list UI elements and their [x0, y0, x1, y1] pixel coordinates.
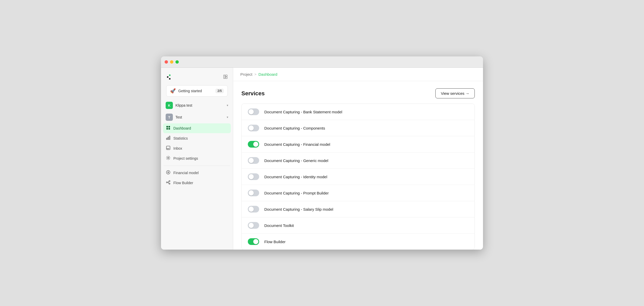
sidebar-item-label: Dashboard [173, 126, 191, 130]
toggle-track[interactable] [248, 125, 259, 131]
sidebar-toggle-button[interactable] [222, 73, 229, 81]
getting-started-label: Getting started [178, 89, 213, 93]
layout-icon [223, 74, 228, 79]
sidebar-item-inbox[interactable]: Inbox [163, 143, 231, 153]
service-name: Flow Builder [264, 240, 286, 244]
service-row: Document Capturing - Generic model [242, 152, 474, 169]
main-nav: Dashboard Statistics Inbox [161, 123, 233, 164]
flow-icon [166, 180, 171, 186]
service-toggle[interactable] [248, 108, 259, 115]
service-name: Document Capturing - Salary Slip model [264, 207, 333, 211]
toggle-thumb [249, 125, 254, 131]
service-row: Document Capturing - Prompt Builder [242, 185, 474, 201]
toggle-track[interactable] [248, 238, 259, 245]
toggle-track[interactable] [248, 206, 259, 212]
toggle-track[interactable] [248, 157, 259, 164]
service-row: Document Capturing - Bank Statement mode… [242, 104, 474, 120]
minimize-button[interactable] [170, 60, 173, 64]
service-toggle[interactable] [248, 125, 259, 131]
service-toggle[interactable] [248, 173, 259, 180]
sidebar-item-label: Inbox [173, 146, 182, 150]
service-toggle[interactable] [248, 222, 259, 229]
svg-rect-8 [166, 128, 168, 130]
app-body: 🚀 Getting started 2/5 K Klippa test ▾ T … [161, 68, 483, 250]
toggle-thumb [253, 239, 258, 244]
service-row: Document Capturing - Financial model [242, 136, 474, 152]
sidebar-item-label: Financial model [173, 171, 199, 175]
sidebar-item-statistics[interactable]: Statistics [163, 133, 231, 143]
toggle-thumb [249, 109, 254, 114]
sidebar-item-flow-builder[interactable]: Flow Builder [163, 178, 231, 188]
sidebar-item-dashboard[interactable]: Dashboard [163, 123, 231, 133]
service-toggle[interactable] [248, 141, 259, 148]
toggle-track[interactable] [248, 173, 259, 180]
service-toggle[interactable] [248, 238, 259, 245]
service-row: Flow Builder [242, 234, 474, 250]
sidebar-logo-area [161, 71, 233, 85]
dollar-circle-icon [166, 170, 171, 176]
app-window: 🚀 Getting started 2/5 K Klippa test ▾ T … [161, 56, 483, 250]
services-list: Document Capturing - Bank Statement mode… [241, 104, 475, 250]
service-row: Document Toolkit [242, 217, 474, 234]
page-content: Services View services → Document Captur… [233, 81, 483, 250]
service-row: Document Capturing - Salary Slip model [242, 201, 474, 217]
getting-started-section: 🚀 Getting started 2/5 [161, 85, 233, 100]
service-row: Document Capturing - Components [242, 120, 474, 136]
service-name: Document Capturing - Bank Statement mode… [264, 110, 342, 114]
service-name: Document Capturing - Generic model [264, 158, 328, 163]
svg-rect-4 [225, 75, 227, 76]
workspace-section: K Klippa test ▾ T Test ▾ [161, 100, 233, 123]
service-name: Document Capturing - Components [264, 126, 325, 130]
service-toggle[interactable] [248, 157, 259, 164]
toggle-track[interactable] [248, 222, 259, 229]
toggle-thumb [249, 174, 254, 179]
svg-point-1 [169, 74, 171, 76]
sidebar-item-financial-model[interactable]: Financial model [163, 168, 231, 178]
service-toggle[interactable] [248, 206, 259, 212]
svg-point-2 [169, 78, 171, 80]
getting-started-badge: 2/5 [215, 89, 224, 93]
service-name: Document Toolkit [264, 223, 294, 228]
close-button[interactable] [165, 60, 168, 64]
service-toggle[interactable] [248, 190, 259, 196]
svg-rect-11 [168, 137, 169, 140]
svg-point-15 [166, 171, 170, 174]
getting-started-button[interactable]: 🚀 Getting started 2/5 [166, 85, 228, 97]
project-avatar: T [166, 114, 173, 121]
breadcrumb-separator: > [255, 72, 257, 76]
app-logo [165, 73, 173, 81]
sidebar-item-label: Statistics [173, 136, 188, 140]
sidebar-item-label: Project settings [173, 156, 198, 160]
chevron-down-icon: ▾ [227, 104, 228, 107]
project-name: Test [175, 115, 224, 119]
breadcrumb-project: Project [240, 72, 252, 76]
breadcrumb: Project > Dashboard [240, 72, 277, 76]
fullscreen-button[interactable] [175, 60, 179, 64]
project-item[interactable]: T Test ▾ [163, 112, 231, 123]
view-services-button[interactable]: View services → [435, 88, 475, 98]
dashboard-icon [166, 125, 171, 131]
svg-rect-9 [168, 128, 170, 130]
svg-rect-13 [166, 146, 170, 150]
toggle-thumb [249, 190, 254, 196]
titlebar [161, 56, 483, 68]
workspace-item[interactable]: K Klippa test ▾ [163, 100, 231, 111]
svg-rect-12 [169, 136, 170, 140]
toggle-track[interactable] [248, 141, 259, 148]
secondary-nav: Financial model Flow Builder [161, 168, 233, 188]
settings-icon [166, 156, 171, 161]
main-content: Project > Dashboard Services View servic… [233, 68, 483, 250]
toggle-track[interactable] [248, 190, 259, 196]
workspace-name: Klippa test [175, 103, 224, 107]
service-row: Document Capturing - Identity model [242, 169, 474, 185]
logo-icon [166, 73, 173, 81]
sidebar-item-project-settings[interactable]: Project settings [163, 154, 231, 163]
svg-point-14 [168, 157, 169, 159]
nav-divider [164, 166, 230, 166]
topbar: Project > Dashboard [233, 68, 483, 81]
toggle-track[interactable] [248, 108, 259, 115]
sidebar: 🚀 Getting started 2/5 K Klippa test ▾ T … [161, 68, 233, 250]
toggle-thumb [253, 142, 258, 147]
service-name: Document Capturing - Financial model [264, 142, 330, 147]
workspace-avatar: K [166, 102, 173, 109]
